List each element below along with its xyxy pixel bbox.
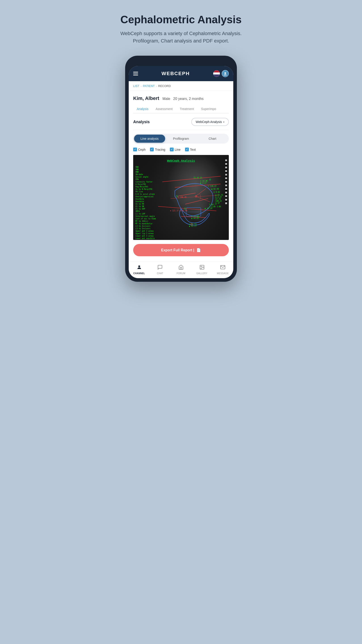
page-subtitle: WebCeph supports a variety of Cephalomet… <box>120 30 242 44</box>
forum-icon <box>178 264 184 271</box>
phone-frame: WEBCEPH LIST › PATIENT › RECORD <box>125 56 237 282</box>
checkbox-line[interactable]: Line <box>170 148 181 152</box>
patient-meta: Male 20 years, 2 months <box>162 97 204 100</box>
nav-label-message: MESSAGE <box>217 272 229 274</box>
tab-superimpo[interactable]: Superimpo <box>198 105 220 113</box>
logo-ceph: CEPH <box>174 71 190 76</box>
checkbox-ceph[interactable]: Ceph <box>133 148 145 152</box>
breadcrumb-patient[interactable]: PATIENT <box>143 84 155 88</box>
segment-line-analysis[interactable]: Line analysis <box>134 134 165 143</box>
patient-gender: Male <box>162 97 170 100</box>
patient-name: Kim, Albert <box>133 96 159 101</box>
breadcrumb-record: RECORD <box>158 84 171 88</box>
flag-icon[interactable] <box>213 70 220 77</box>
tab-assessment[interactable]: Assessment <box>152 105 176 113</box>
phone-notch <box>168 59 194 64</box>
svg-point-1 <box>224 74 227 76</box>
checkbox-line-label: Line <box>175 148 181 152</box>
meas-9: ⊕ -4.69◉ 44.03 <box>191 215 199 219</box>
export-button[interactable]: Export Full Report | 📄 <box>133 244 229 256</box>
nav-item-forum[interactable]: FORUM <box>170 264 192 274</box>
header-icons <box>213 70 229 77</box>
svg-point-20 <box>201 266 202 267</box>
export-icon: 📄 <box>196 248 201 252</box>
analysis-row: Analysis WebCeph Analysis ▾ <box>133 118 229 126</box>
svg-point-0 <box>224 72 226 74</box>
segment-buttons: Line analysis Profilogram Chart <box>133 134 229 144</box>
measurement-396: © 396.45 <box>178 196 187 198</box>
breadcrumb: LIST › PATIENT › RECORD <box>129 81 233 91</box>
checkbox-ceph-label: Ceph <box>138 148 145 152</box>
meas-6: ◉ 93.72⊕ 4.2717.72130.221.17 <box>215 194 223 204</box>
checkbox-line-box <box>170 148 174 152</box>
breadcrumb-list[interactable]: LIST <box>133 84 139 88</box>
nav-item-message[interactable]: MESSAGE <box>212 264 233 274</box>
xray-container: WebCeph Analysis <box>133 155 229 240</box>
nav-label-gallery: GALLERY <box>196 272 207 274</box>
xray-measurements-left: SNA SNB ANB SN-GoGn Gonial angle FMA Con… <box>135 166 156 240</box>
analysis-dropdown-label: WebCeph Analysis <box>196 120 222 124</box>
analysis-label: Analysis <box>133 120 150 124</box>
patient-info: Kim, Albert Male 20 years, 2 months <box>133 96 229 101</box>
checkboxes-row: Ceph Tracing Line Text <box>133 148 229 152</box>
svg-line-9 <box>185 198 208 204</box>
message-icon <box>220 264 225 271</box>
svg-line-8 <box>177 193 196 196</box>
app-logo: WEBCEPH <box>162 71 190 76</box>
channel-icon <box>137 264 142 271</box>
meas-2: ⊕ 54.96◉ 3.27 <box>200 180 208 184</box>
tab-treatment[interactable]: Treatment <box>176 105 197 113</box>
patient-age: 20 years, 2 months <box>173 97 204 100</box>
divider <box>133 130 229 130</box>
page-title: Cephalometric Analysis <box>120 14 242 26</box>
meas-1: 15.24 22 <box>194 177 202 179</box>
nav-item-chat[interactable]: CHAT <box>150 264 171 274</box>
avatar[interactable] <box>222 70 229 77</box>
svg-line-16 <box>196 188 206 196</box>
tab-analysis[interactable]: Analysis <box>133 105 152 113</box>
checkbox-text-label: Text <box>190 148 196 152</box>
svg-point-18 <box>138 266 140 267</box>
analysis-dropdown[interactable]: WebCeph Analysis ▾ <box>191 118 229 126</box>
meas-10: ⊕ 121.37 ⊕-15.49 <box>170 210 187 212</box>
checkbox-text-box <box>185 148 189 152</box>
meas-5: ⊕ 0.82 <box>214 191 220 193</box>
logo-web: WEB <box>162 71 174 76</box>
checkbox-tracing-label: Tracing <box>155 148 165 152</box>
checkbox-tracing-box <box>150 148 154 152</box>
phone-screen: WEBCEPH LIST › PATIENT › RECORD <box>129 66 233 278</box>
segment-profilogram[interactable]: Profilogram <box>166 134 197 143</box>
nav-item-channel[interactable]: CHANNEL <box>129 264 150 274</box>
nav-tabs: Analysis Assessment Treatment Superimpo <box>133 105 229 113</box>
segment-chart[interactable]: Chart <box>197 134 228 143</box>
breadcrumb-sep-2: › <box>156 85 157 88</box>
meas-7: 1.09 **⊕ 1.45 1.86 <box>209 204 221 208</box>
svg-line-2 <box>162 176 221 182</box>
chevron-down-icon: ▾ <box>223 121 224 123</box>
svg-point-15 <box>209 179 211 180</box>
bottom-nav: CHANNEL CHAT FORUM <box>129 262 233 278</box>
nav-label-forum: FORUM <box>177 272 185 274</box>
nav-label-channel: CHANNEL <box>133 272 145 274</box>
meas-8: ◉ 26.24 <box>205 208 212 210</box>
checkbox-tracing[interactable]: Tracing <box>150 148 165 152</box>
checkbox-text[interactable]: Text <box>185 148 196 152</box>
checkbox-ceph-box <box>133 148 137 152</box>
meas-4: ◉ 82.90 <box>211 188 219 190</box>
breadcrumb-sep-1: › <box>141 85 141 88</box>
nav-item-gallery[interactable]: GALLERY <box>192 264 213 274</box>
export-label: Export Full Report | <box>161 248 194 252</box>
chat-icon <box>157 264 163 271</box>
gallery-icon <box>199 264 205 271</box>
meas-11: ⊕ 21.11◉ 91.27 <box>189 223 197 227</box>
content-area: Kim, Albert Male 20 years, 2 months Anal… <box>129 91 233 262</box>
app-header: WEBCEPH <box>129 66 233 81</box>
hamburger-menu-icon[interactable] <box>133 72 138 75</box>
page-header: Cephalometric Analysis WebCeph supports … <box>120 14 242 44</box>
meas-3: © 130.97 <box>208 185 217 187</box>
nav-label-chat: CHAT <box>157 272 163 274</box>
